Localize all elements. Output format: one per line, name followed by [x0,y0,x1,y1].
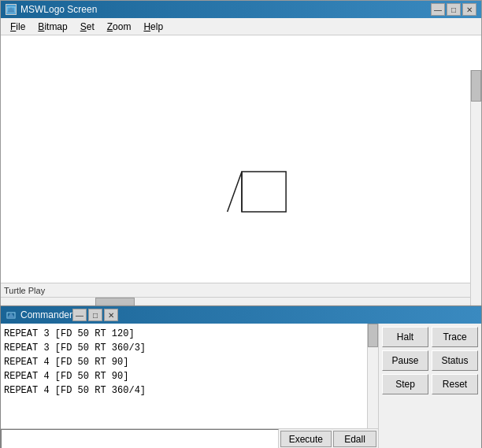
step-button[interactable]: Step [382,374,428,394]
commander-maximize-button[interactable]: □ [88,309,102,321]
code-line-2: REPEAT 3 [FD 50 RT 360/3] [4,341,375,355]
commander-icon [6,309,17,320]
text-scroll-v[interactable] [367,324,378,438]
main-window-title: MSWLogo Screen [20,4,431,15]
code-line-1: REPEAT 3 [FD 50 RT 120] [4,327,375,341]
text-scroll-v-thumb[interactable] [368,324,378,347]
menu-zoom[interactable]: Zoom [101,20,138,34]
controls-row-3: Step Reset [382,374,478,394]
code-line-3: REPEAT 4 [FD 50 RT 90] [4,355,375,369]
commander-input-bar: Execute Edall [1,428,378,448]
status-text: Turtle Play [4,286,45,295]
svg-marker-1 [7,7,15,13]
svg-rect-2 [242,172,286,212]
menu-set[interactable]: Set [74,20,101,34]
menu-file[interactable]: File [4,20,32,34]
svg-marker-4 [7,313,15,318]
app-icon [6,4,17,15]
execute-button[interactable]: Execute [280,431,332,447]
commander-body: REPEAT 3 [FD 50 RT 120] REPEAT 3 [FD 50 … [1,324,481,448]
status-button[interactable]: Status [432,350,478,371]
maximize-button[interactable]: □ [447,3,461,16]
commander-input-buttons: Execute Edall [279,429,378,448]
menubar: File Bitmap Set Zoom Help [1,18,481,35]
controls-row-1: Halt Trace [382,327,478,347]
commander-titlebar: Commander — □ ✕ [1,306,481,324]
controls-row-2: Pause Status [382,350,478,371]
scroll-thumb-v[interactable] [471,70,481,102]
code-line-4: REPEAT 4 [FD 50 RT 90] [4,369,375,383]
canvas-svg [1,35,481,308]
trace-button[interactable]: Trace [432,327,478,347]
commander-textarea-container: REPEAT 3 [FD 50 RT 120] REPEAT 3 [FD 50 … [1,324,379,448]
commander-title: Commander [20,309,72,320]
commander-minimize-button[interactable]: — [72,309,87,321]
menu-help[interactable]: Help [137,20,169,34]
canvas-area: Turtle Play [1,35,481,308]
commander-title-controls: — □ ✕ [72,309,118,321]
commander-controls: Halt Trace Pause Status Step Reset [379,324,481,448]
title-controls: — □ ✕ [431,3,476,16]
pause-button[interactable]: Pause [382,350,428,371]
main-titlebar: MSWLogo Screen — □ ✕ [1,1,481,18]
main-window: MSWLogo Screen — □ ✕ File Bitmap Set Zoo… [0,0,482,307]
status-bar: Turtle Play [1,283,470,297]
commander-close-button[interactable]: ✕ [104,309,118,321]
reset-button[interactable]: Reset [432,374,478,394]
commander-input[interactable] [1,429,279,448]
main-scrollbar-vertical[interactable] [470,70,481,308]
edall-button[interactable]: Edall [333,431,376,447]
close-button[interactable]: ✕ [462,3,476,16]
code-line-5: REPEAT 4 [FD 50 RT 360/4] [4,383,375,398]
menu-bitmap[interactable]: Bitmap [32,20,73,34]
minimize-button[interactable]: — [431,3,445,16]
halt-button[interactable]: Halt [382,327,428,347]
commander-window: Commander — □ ✕ REPEAT 3 [FD 50 RT 120] … [0,305,482,448]
